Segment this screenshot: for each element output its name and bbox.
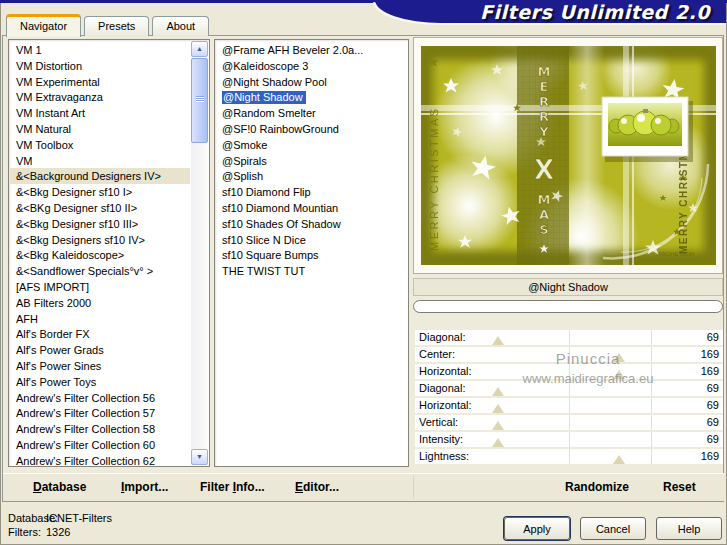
apply-button[interactable]: Apply [504,517,570,540]
slider-row[interactable]: Diagonal:69 [415,381,723,396]
filter-item[interactable]: sf10 Square Bumps [216,247,407,263]
slider-thumb-icon[interactable] [492,404,504,413]
category-item[interactable]: Andrew's Filter Collection 57 [10,405,190,421]
slider-thumb-icon[interactable] [492,438,504,447]
slider-value: 69 [707,416,719,428]
category-item[interactable]: Andrew's Filter Collection 60 [10,437,190,453]
toolbar-database-button[interactable]: Database [33,480,86,494]
svg-text:Y: Y [538,124,549,139]
category-item[interactable]: &<Bkg Designer sf10 I> [10,184,190,200]
category-item[interactable]: AFH [10,311,190,327]
filter-item[interactable]: @Kaleidoscope 3 [216,58,407,74]
category-item[interactable]: Alf's Border FX [10,326,190,342]
tab-about[interactable]: About [152,16,209,36]
category-scrollbar[interactable]: ▲ ▼ [191,41,208,465]
filter-item[interactable]: @Random Smelter [216,105,407,121]
slider-thumb-icon[interactable] [492,421,504,430]
scroll-down-icon[interactable]: ▼ [191,449,208,465]
filter-item[interactable]: @SF!0 RainbowGround [216,121,407,137]
help-button[interactable]: Help [656,517,722,540]
category-item[interactable]: Andrew's Filter Collection 58 [10,421,190,437]
category-item[interactable]: Andrew's Filter Collection 56 [10,390,190,406]
filter-item[interactable]: @Smoke [216,137,407,153]
category-item[interactable]: VM Experimental [10,74,190,90]
category-item[interactable]: [AFS IMPORT] [10,279,190,295]
filter-item[interactable]: @Splish [216,168,407,184]
slider-thumb-icon[interactable] [613,370,625,379]
svg-text:E: E [540,79,549,94]
filter-item[interactable]: sf10 Shades Of Shadow [216,216,407,232]
tab-bar: NavigatorPresetsAbout [6,13,209,36]
scroll-up-icon[interactable]: ▲ [191,41,208,57]
slider-thumb-icon[interactable] [492,387,504,396]
category-item[interactable]: VM Natural [10,121,190,137]
progress-bar [413,300,723,313]
filter-item[interactable]: sf10 Diamond Flip [216,184,407,200]
slider-thumb-icon[interactable] [613,353,625,362]
category-item[interactable]: VM [10,153,190,169]
slider-value: 69 [707,399,719,411]
svg-text:R: R [539,94,549,109]
reset-button[interactable]: Reset [663,480,696,494]
filter-listbox[interactable]: @Frame AFH Beveler 2.0a...@Kaleidoscope … [214,39,409,467]
filters-unlimited-window: Filters Unlimited 2.0 NavigatorPresetsAb… [0,0,727,545]
tab-presets[interactable]: Presets [84,16,149,36]
category-item[interactable]: Alf's Power Toys [10,374,190,390]
toolbar-editor-button[interactable]: Editor... [295,480,339,494]
cancel-button[interactable]: Cancel [580,517,646,540]
category-item[interactable]: VM Instant Art [10,105,190,121]
preview-image: MERRY CHRISTMAS MERRY CHRISTMAS FROHE WE… [421,46,716,265]
category-item[interactable]: AB Filters 2000 [10,295,190,311]
title-bar: Filters Unlimited 2.0 [375,0,726,23]
slider-row[interactable]: Horizontal:169 [415,364,723,379]
slider-row[interactable]: Center:169 [415,347,723,362]
preview-tiny-text: FROHE WEIH [659,251,694,257]
preview-frame: MERRY CHRISTMAS MERRY CHRISTMAS FROHE WE… [413,37,723,274]
svg-text:X: X [534,155,554,185]
filter-item[interactable]: sf10 Slice N Dice [216,232,407,248]
filter-item[interactable]: THE TWIST TUT [216,263,407,279]
slider-value: 69 [707,331,719,343]
category-item[interactable]: &<Sandflower Specials°v° > [10,263,190,279]
randomize-button[interactable]: Randomize [565,480,629,494]
scrollbar-thumb[interactable] [191,58,208,143]
slider-row[interactable]: Lightness:169 [415,449,723,464]
slider-row[interactable]: Vertical:69 [415,415,723,430]
category-item[interactable]: VM Distortion [10,58,190,74]
category-listbox[interactable]: VM 1VM DistortionVM ExperimentalVM Extra… [8,39,210,467]
bottom-toolbar: DatabaseImport...Filter Info...Editor...… [3,473,724,501]
slider-value: 69 [707,433,719,445]
filter-item[interactable]: @Frame AFH Beveler 2.0a... [216,42,407,58]
slider-panel: Diagonal:69Center:169Horizontal:169Diago… [415,330,723,466]
slider-value: 169 [701,365,719,377]
category-item[interactable]: &<Bkg Designer sf10 III> [10,216,190,232]
window-title: Filters Unlimited 2.0 [480,1,710,23]
filter-item[interactable]: sf10 Diamond Mountian [216,200,407,216]
slider-thumb-icon[interactable] [613,455,625,464]
toolbar-filterinfo-button[interactable]: Filter Info... [200,480,265,494]
slider-thumb-icon[interactable] [492,336,504,345]
category-item[interactable]: Andrew's Filter Collection 62 [10,453,190,465]
category-item[interactable]: Alf's Power Grads [10,342,190,358]
slider-row[interactable]: Intensity:69 [415,432,723,447]
toolbar-import-button[interactable]: Import... [121,480,168,494]
filter-item[interactable]: @Spirals [216,153,407,169]
category-item[interactable]: &<Background Designers IV> [10,168,190,184]
status-filters-label: Filters: [8,526,41,538]
category-item[interactable]: Alf's Power Sines [10,358,190,374]
status-filters-value: 1326 [46,526,70,538]
category-item[interactable]: VM 1 [10,42,190,58]
category-item[interactable]: VM Extravaganza [10,89,190,105]
selected-filter-name: @Night Shadow [413,278,723,296]
category-item[interactable]: &<Bkg Designers sf10 IV> [10,232,190,248]
filter-item[interactable]: @Night Shadow Pool [216,74,407,90]
slider-label: Intensity: [419,433,463,445]
filter-item[interactable]: @Night Shadow [216,89,407,105]
slider-row[interactable]: Diagonal:69 [415,330,723,345]
slider-label: Diagonal: [419,382,465,394]
tab-navigator[interactable]: Navigator [6,14,81,37]
slider-row[interactable]: Horizontal:69 [415,398,723,413]
category-item[interactable]: &<Bkg Kaleidoscope> [10,247,190,263]
category-item[interactable]: VM Toolbox [10,137,190,153]
category-item[interactable]: &<BKg Designer sf10 II> [10,200,190,216]
